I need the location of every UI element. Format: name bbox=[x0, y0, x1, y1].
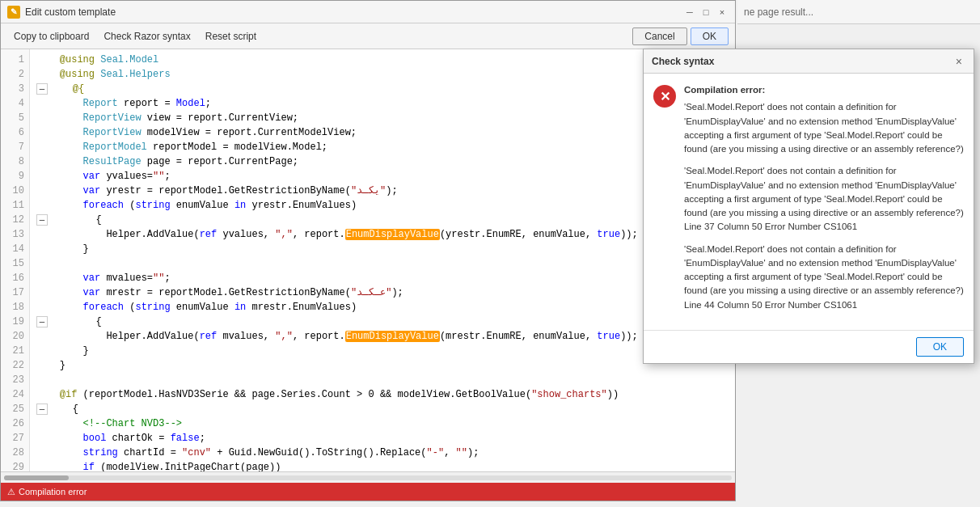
fold-button-25[interactable]: ─ bbox=[36, 403, 48, 415]
table-row: Helper.AddValue(ref mvalues, ",", report… bbox=[36, 329, 729, 344]
error-location-2: Line 37 Column 50 Error Number CS1061 bbox=[684, 220, 964, 234]
dialog-titlebar: Check syntax × bbox=[644, 49, 974, 74]
line-num-3: 3 bbox=[1, 82, 29, 96]
table-row: @using Seal.Model bbox=[36, 53, 729, 67]
table-row: ReportModel reportModel = modelView.Mode… bbox=[36, 140, 729, 154]
dialog-body: ✕ Compilation error: 'Seal.Model.Report'… bbox=[644, 74, 974, 330]
error-block-2: 'Seal.Model.Report' does not contain a d… bbox=[684, 164, 964, 234]
cancel-button[interactable]: Cancel bbox=[632, 27, 686, 45]
line-num-7: 7 bbox=[1, 140, 29, 154]
line-num-29: 29 bbox=[1, 460, 29, 471]
table-row: ReportView modelView = report.CurrentMod… bbox=[36, 125, 729, 140]
table-row: foreach (string enumValue in yrestr.Enum… bbox=[36, 198, 729, 213]
window-title: Edit custom template bbox=[25, 6, 116, 18]
line-num-6: 6 bbox=[1, 125, 29, 140]
table-row: } bbox=[36, 358, 729, 373]
table-row: @if (reportModel.HasNVD3Serie && page.Se… bbox=[36, 387, 729, 402]
line-num-9: 9 bbox=[1, 169, 29, 184]
line-num-4: 4 bbox=[1, 96, 29, 111]
fold-button-3[interactable]: ─ bbox=[36, 83, 48, 95]
fold-button-19[interactable]: ─ bbox=[36, 316, 48, 327]
horizontal-scrollbar[interactable] bbox=[1, 471, 735, 483]
app-icon: ✎ bbox=[7, 6, 20, 19]
line-num-14: 14 bbox=[1, 242, 29, 256]
line-num-12: 12 bbox=[1, 213, 29, 227]
line-num-28: 28 bbox=[1, 446, 29, 460]
copy-to-clipboard-button[interactable]: Copy to clipboard bbox=[7, 28, 95, 44]
table-row: } bbox=[36, 242, 729, 256]
error-icon: ✕ bbox=[653, 85, 676, 108]
editor-toolbar: Copy to clipboard Check Razor syntax Res… bbox=[1, 23, 735, 49]
line-num-19: 19 bbox=[1, 315, 29, 329]
status-error-icon: ⚠ bbox=[7, 487, 15, 497]
table-row: bool chartOk = false; bbox=[36, 431, 729, 446]
scroll-track bbox=[4, 475, 732, 480]
line-num-21: 21 bbox=[1, 344, 29, 358]
error-message-2: 'Seal.Model.Report' does not contain a d… bbox=[684, 164, 964, 220]
ok-button[interactable]: OK bbox=[691, 27, 729, 45]
line-num-2: 2 bbox=[1, 67, 29, 82]
table-row: Helper.AddValue(ref yvalues, ",", report… bbox=[36, 227, 729, 242]
line-num-13: 13 bbox=[1, 227, 29, 242]
table-row: ─ { bbox=[36, 402, 729, 416]
line-num-27: 27 bbox=[1, 431, 29, 446]
line-numbers: 1 2 3 4 5 6 7 8 9 10 11 12 13 14 15 16 1… bbox=[1, 49, 30, 471]
window-controls: ─ □ × bbox=[683, 6, 729, 19]
right-panel-hint: ne page result... bbox=[737, 0, 980, 24]
table-row: ReportView view = report.CurrentView; bbox=[36, 111, 729, 125]
line-num-26: 26 bbox=[1, 416, 29, 431]
line-num-24: 24 bbox=[1, 387, 29, 402]
table-row: string chartId = "cnv" + Guid.NewGuid().… bbox=[36, 446, 729, 460]
reset-script-button[interactable]: Reset script bbox=[199, 28, 263, 44]
dialog-close-button[interactable]: × bbox=[953, 55, 965, 68]
line-num-20: 20 bbox=[1, 329, 29, 344]
error-message-3: 'Seal.Model.Report' does not contain a d… bbox=[684, 243, 964, 298]
line-num-18: 18 bbox=[1, 300, 29, 315]
code-area[interactable]: @using Seal.Model @using Seal.Helpers ─ … bbox=[30, 49, 735, 471]
line-num-22: 22 bbox=[1, 358, 29, 373]
editor-window: ✎ Edit custom template ─ □ × Copy to cli… bbox=[0, 0, 736, 501]
error-block-3: 'Seal.Model.Report' does not contain a d… bbox=[684, 243, 964, 312]
line-num-8: 8 bbox=[1, 154, 29, 169]
line-num-5: 5 bbox=[1, 111, 29, 125]
minimize-button[interactable]: ─ bbox=[683, 6, 696, 19]
code-editor-body: 1 2 3 4 5 6 7 8 9 10 11 12 13 14 15 16 1… bbox=[1, 49, 735, 471]
table-row bbox=[36, 373, 729, 387]
error-message-1: 'Seal.Model.Report' does not contain a d… bbox=[684, 100, 964, 156]
fold-button-12[interactable]: ─ bbox=[36, 214, 48, 226]
table-row: @using Seal.Helpers bbox=[36, 67, 729, 82]
right-hint-text: ne page result... bbox=[744, 6, 813, 18]
dialog-ok-button[interactable]: OK bbox=[916, 337, 964, 357]
check-syntax-dialog: Check syntax × ✕ Compilation error: 'Sea… bbox=[643, 49, 974, 364]
dialog-content: Compilation error: 'Seal.Model.Report' d… bbox=[684, 83, 964, 320]
line-num-11: 11 bbox=[1, 198, 29, 213]
error-block-1: Compilation error: 'Seal.Model.Report' d… bbox=[684, 83, 964, 156]
table-row: foreach (string enumValue in mrestr.Enum… bbox=[36, 300, 729, 315]
table-row: } bbox=[36, 344, 729, 358]
error-location-3: Line 44 Column 50 Error Number CS1061 bbox=[684, 298, 964, 312]
maximize-button[interactable]: □ bbox=[699, 6, 712, 19]
dialog-footer: OK bbox=[644, 330, 974, 363]
table-row bbox=[36, 256, 729, 271]
table-row: var mvalues=""; bbox=[36, 271, 729, 285]
table-row: <!--Chart NVD3--> bbox=[36, 416, 729, 431]
check-razor-syntax-button[interactable]: Check Razor syntax bbox=[97, 28, 196, 44]
table-row: ResultPage page = report.CurrentPage; bbox=[36, 154, 729, 169]
status-bar: ⚠ Compilation error bbox=[1, 483, 735, 501]
table-row: ─ { bbox=[36, 213, 729, 227]
error-icon-container: ✕ bbox=[653, 85, 676, 320]
table-row: var mrestr = reportModel.GetRestrictionB… bbox=[36, 285, 729, 300]
scroll-thumb[interactable] bbox=[4, 475, 69, 480]
table-row: var yvalues=""; bbox=[36, 169, 729, 184]
line-num-17: 17 bbox=[1, 285, 29, 300]
error-title-1: Compilation error: bbox=[684, 83, 964, 97]
titlebar-left: ✎ Edit custom template bbox=[7, 6, 116, 19]
table-row: ─ { bbox=[36, 315, 729, 329]
line-num-23: 23 bbox=[1, 373, 29, 387]
status-label: Compilation error bbox=[19, 487, 87, 496]
dialog-title: Check syntax bbox=[652, 56, 714, 67]
table-row: if (modelView.InitPageChart(page)) bbox=[36, 460, 729, 471]
close-button[interactable]: × bbox=[716, 6, 729, 19]
table-row: var yrestr = reportModel.GetRestrictionB… bbox=[36, 184, 729, 198]
editor-titlebar: ✎ Edit custom template ─ □ × bbox=[1, 1, 735, 23]
